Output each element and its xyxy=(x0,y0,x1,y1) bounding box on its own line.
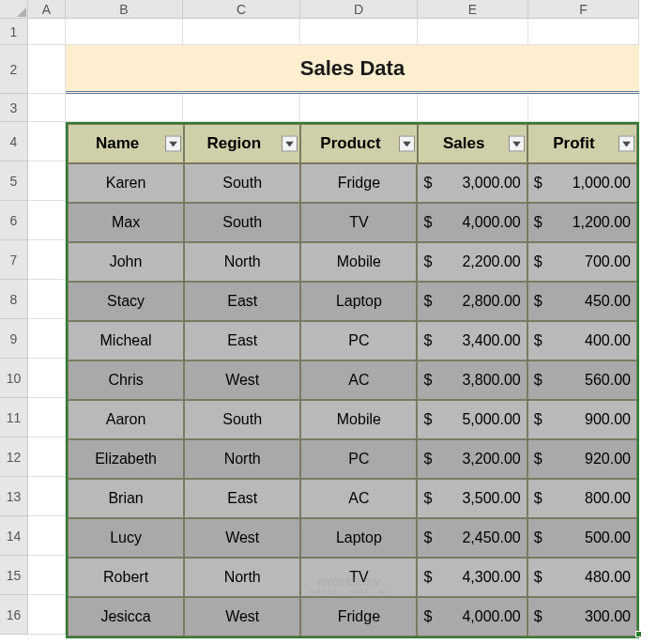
table-cell[interactable]: $500.00 xyxy=(527,518,637,558)
cell-A10[interactable] xyxy=(28,359,66,398)
header-sales[interactable]: Sales xyxy=(418,124,527,163)
filter-button[interactable] xyxy=(509,136,525,152)
table-cell[interactable]: South xyxy=(184,400,300,439)
cell-A3[interactable] xyxy=(28,94,66,122)
cell-A12[interactable] xyxy=(28,437,66,477)
header-profit[interactable]: Profit xyxy=(527,124,637,163)
row-head-1[interactable]: 1 xyxy=(0,19,28,45)
cell-A4[interactable] xyxy=(28,122,66,161)
cell-A7[interactable] xyxy=(28,240,66,280)
row-head-9[interactable]: 9 xyxy=(0,319,28,359)
table-cell[interactable]: $4,000.00 xyxy=(417,203,527,242)
col-head-A[interactable]: A xyxy=(28,0,66,19)
cell-A11[interactable] xyxy=(28,398,66,437)
cell-A15[interactable] xyxy=(28,556,66,595)
table-cell[interactable]: AC xyxy=(300,360,417,400)
table-cell[interactable]: West xyxy=(184,597,300,636)
table-cell[interactable]: PC xyxy=(300,439,417,479)
table-cell[interactable]: North xyxy=(184,558,300,597)
table-cell[interactable]: $4,000.00 xyxy=(417,597,527,636)
table-cell[interactable]: $3,200.00 xyxy=(417,439,527,479)
cell-A6[interactable] xyxy=(28,201,66,240)
cell-F3[interactable] xyxy=(528,94,639,122)
table-cell[interactable]: Brian xyxy=(68,479,184,518)
table-cell[interactable]: South xyxy=(184,203,300,242)
table-cell[interactable]: $3,500.00 xyxy=(417,479,527,518)
cell-A2[interactable] xyxy=(28,45,66,94)
row-head-5[interactable]: 5 xyxy=(0,161,28,201)
row-head-16[interactable]: 16 xyxy=(0,595,28,635)
table-cell[interactable]: Micheal xyxy=(68,321,184,360)
filter-button[interactable] xyxy=(619,136,634,152)
table-cell[interactable]: $450.00 xyxy=(527,282,637,321)
filter-button[interactable] xyxy=(165,136,181,152)
table-cell[interactable]: Fridge xyxy=(300,163,417,203)
cell-D3[interactable] xyxy=(300,94,418,122)
cell-C3[interactable] xyxy=(183,94,300,122)
table-cell[interactable]: $5,000.00 xyxy=(417,400,527,439)
table-cell[interactable]: $1,000.00 xyxy=(527,163,637,203)
header-name[interactable]: Name xyxy=(68,124,184,163)
table-cell[interactable]: $3,400.00 xyxy=(417,321,527,360)
table-cell[interactable]: $2,450.00 xyxy=(417,518,527,558)
table-cell[interactable]: $920.00 xyxy=(527,439,637,479)
table-cell[interactable]: Laptop xyxy=(300,518,417,558)
cell-A8[interactable] xyxy=(28,280,66,319)
table-cell[interactable]: Laptop xyxy=(300,282,417,321)
table-cell[interactable]: PC xyxy=(300,321,417,360)
table-cell[interactable]: Jesicca xyxy=(68,597,184,636)
select-all-corner[interactable] xyxy=(0,0,28,19)
table-cell[interactable]: John xyxy=(68,242,184,282)
table-cell[interactable]: East xyxy=(184,479,300,518)
cell-F1[interactable] xyxy=(528,19,639,45)
row-head-4[interactable]: 4 xyxy=(0,122,28,161)
selection-handle[interactable] xyxy=(635,631,642,637)
table-cell[interactable]: $480.00 xyxy=(527,558,637,597)
header-product[interactable]: Product xyxy=(300,124,417,163)
table-cell[interactable]: Aaron xyxy=(68,400,184,439)
row-head-10[interactable]: 10 xyxy=(0,359,28,398)
row-head-2[interactable]: 2 xyxy=(0,45,28,94)
cell-D1[interactable] xyxy=(300,19,418,45)
table-cell[interactable]: $800.00 xyxy=(527,479,637,518)
table-cell[interactable]: AC xyxy=(300,479,417,518)
table-cell[interactable]: $3,800.00 xyxy=(417,360,527,400)
table-cell[interactable]: West xyxy=(184,518,300,558)
table-cell[interactable]: $900.00 xyxy=(527,400,637,439)
table-cell[interactable]: Lucy xyxy=(68,518,184,558)
filter-button[interactable] xyxy=(282,136,298,152)
row-head-7[interactable]: 7 xyxy=(0,240,28,280)
row-head-13[interactable]: 13 xyxy=(0,477,28,516)
col-head-C[interactable]: C xyxy=(183,0,300,19)
table-cell[interactable]: TV xyxy=(300,203,417,242)
cell-C1[interactable] xyxy=(183,19,300,45)
table-cell[interactable]: East xyxy=(184,282,300,321)
table-cell[interactable]: Elizabeth xyxy=(68,439,184,479)
col-head-F[interactable]: F xyxy=(528,0,639,19)
table-cell[interactable]: $2,800.00 xyxy=(417,282,527,321)
cell-A5[interactable] xyxy=(28,161,66,201)
cell-A1[interactable] xyxy=(28,19,66,45)
cell-B3[interactable] xyxy=(66,94,183,122)
col-head-B[interactable]: B xyxy=(66,0,183,19)
table-cell[interactable]: $300.00 xyxy=(527,597,637,636)
table-cell[interactable]: TV xyxy=(300,558,417,597)
row-head-3[interactable]: 3 xyxy=(0,94,28,122)
filter-button[interactable] xyxy=(399,136,415,152)
table-cell[interactable]: Mobile xyxy=(300,242,417,282)
row-head-15[interactable]: 15 xyxy=(0,556,28,595)
table-cell[interactable]: Mobile xyxy=(300,400,417,439)
table-cell[interactable]: North xyxy=(184,439,300,479)
table-cell[interactable]: East xyxy=(184,321,300,360)
table-cell[interactable]: Karen xyxy=(68,163,184,203)
table-cell[interactable]: $4,300.00 xyxy=(417,558,527,597)
table-cell[interactable]: North xyxy=(184,242,300,282)
col-head-E[interactable]: E xyxy=(418,0,528,19)
table-cell[interactable]: $560.00 xyxy=(527,360,637,400)
table-cell[interactable]: West xyxy=(184,360,300,400)
row-head-11[interactable]: 11 xyxy=(0,398,28,437)
table-cell[interactable]: $3,000.00 xyxy=(417,163,527,203)
table-cell[interactable]: $1,200.00 xyxy=(527,203,637,242)
cell-A13[interactable] xyxy=(28,477,66,516)
table-cell[interactable]: Max xyxy=(68,203,184,242)
